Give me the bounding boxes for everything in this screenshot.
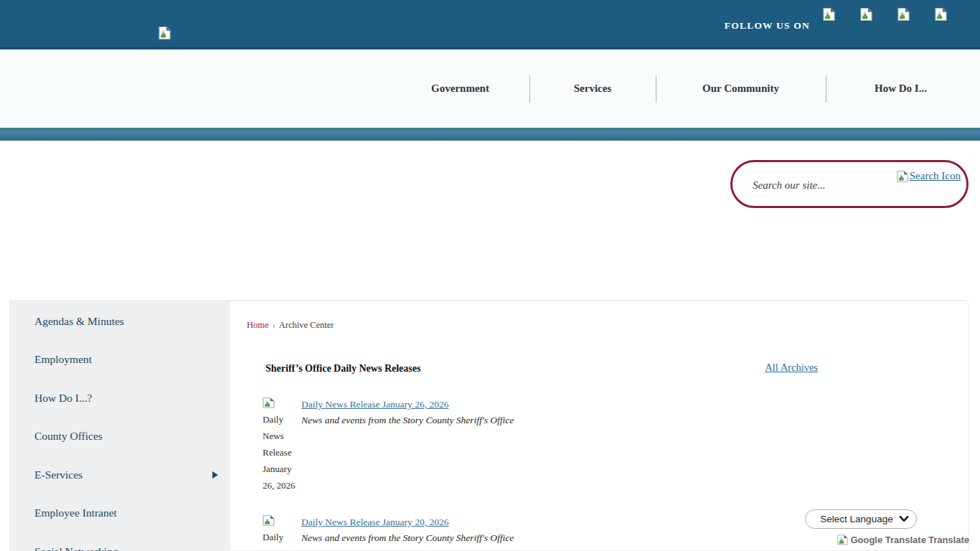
search-broken-image-icon <box>897 171 908 182</box>
site-logo-broken-image-icon[interactable] <box>159 26 171 40</box>
news-release-link[interactable]: Daily News Release January 20, 2026 <box>301 517 448 527</box>
sidebar-item-label: Agendas & Minutes <box>34 315 124 328</box>
broken-image-icon <box>263 515 275 526</box>
follow-us-label: FOLLOW US ON <box>725 20 810 32</box>
sidebar-item-label: Employment <box>34 353 92 366</box>
nav-item-government[interactable]: Government <box>391 50 529 128</box>
social-icon-3[interactable] <box>897 7 910 22</box>
news-release-description: News and events from the Story County Sh… <box>301 415 514 426</box>
translate-widget: Select Language Google Translate Transla… <box>804 509 969 545</box>
follow-us-section: FOLLOW US ON <box>725 0 947 47</box>
main-header: Government Services Our Community How Do… <box>0 50 980 128</box>
language-select[interactable]: Select Language <box>805 509 917 529</box>
social-icon-2[interactable] <box>860 7 872 22</box>
sidebar-item-social-networking[interactable]: Social Networking <box>9 532 230 551</box>
breadcrumb-home-link[interactable]: Home <box>247 320 269 330</box>
social-icon-4[interactable] <box>935 7 947 22</box>
google-translate-alt-text: Google Translate <box>850 534 925 545</box>
nav-item-services[interactable]: Services <box>529 50 656 128</box>
language-select-wrap: Select Language <box>805 509 917 529</box>
site-search-box: Search Icon <box>730 160 969 208</box>
sidebar-item-agendas-minutes[interactable]: Agendas & Minutes <box>9 302 230 341</box>
teal-divider-band <box>0 128 980 141</box>
social-icons-row <box>823 7 947 22</box>
social-icon-1[interactable] <box>823 7 835 22</box>
sidebar-item-employment[interactable]: Employment <box>9 341 230 380</box>
news-thumbnail-alt-text: Daily News Release January 20, 2026 <box>263 532 296 551</box>
top-utility-bar: FOLLOW US ON <box>0 0 980 50</box>
breadcrumb-separator: › <box>273 320 275 330</box>
sidebar-item-e-services[interactable]: E-Services <box>9 456 230 494</box>
archive-category-title: Sheriff’s Office Daily News Releases <box>265 363 420 374</box>
nav-item-how-do-i[interactable]: How Do I... <box>826 50 976 128</box>
news-release-description: News and events from the Story County Sh… <box>301 532 514 544</box>
news-release-item: Daily News Release January 26, 2026 Dail… <box>263 397 969 515</box>
news-release-link[interactable]: Daily News Release January 26, 2026 <box>301 399 448 410</box>
sidebar-item-label: How Do I...? <box>34 392 93 405</box>
breadcrumb: Home›Archive Center <box>247 320 969 331</box>
nav-item-our-community[interactable]: Our Community <box>656 50 826 128</box>
search-icon-alt-text: Search Icon <box>910 170 961 182</box>
search-submit-link[interactable]: Search Icon <box>897 170 961 182</box>
sidebar-item-county-offices[interactable]: County Offices <box>9 418 230 456</box>
submenu-arrow-icon <box>212 471 218 479</box>
google-translate-attribution: Google Translate Translate <box>804 534 969 545</box>
news-thumbnail-alt-text: Daily News Release January 26, 2026 <box>263 414 296 491</box>
all-archives-link[interactable]: All Archives <box>765 362 818 374</box>
archive-center-page: FOLLOW US ON Government Services Our Com… <box>0 0 980 551</box>
google-translate-broken-image-icon[interactable] <box>837 534 848 545</box>
sidebar-item-label: County Offices <box>34 430 103 443</box>
news-thumbnail-broken-image[interactable]: Daily News Release January 20, 2026 <box>263 515 301 551</box>
sidebar-item-label: Employee Intranet <box>34 507 117 519</box>
translate-label[interactable]: Translate <box>928 534 969 545</box>
news-release-body: Daily News Release January 20, 2026 News… <box>301 515 514 551</box>
sidebar-item-label: E-Services <box>34 468 83 481</box>
sidebar-item-employee-intranet[interactable]: Employee Intranet <box>9 494 230 533</box>
broken-image-icon <box>263 397 275 408</box>
news-release-body: Daily News Release January 26, 2026 News… <box>301 397 514 515</box>
breadcrumb-current: Archive Center <box>279 320 334 330</box>
sidebar-item-how-do-i[interactable]: How Do I...? <box>9 379 230 418</box>
news-thumbnail-broken-image[interactable]: Daily News Release January 26, 2026 <box>263 397 301 515</box>
main-nav: Government Services Our Community How Do… <box>391 50 976 128</box>
search-input[interactable] <box>751 179 890 192</box>
archive-header-row: Sheriff’s Office Daily News Releases All… <box>265 362 969 375</box>
sidebar-menu: Agendas & Minutes Employment How Do I...… <box>9 301 230 551</box>
sidebar-item-label: Social Networking <box>34 545 118 551</box>
